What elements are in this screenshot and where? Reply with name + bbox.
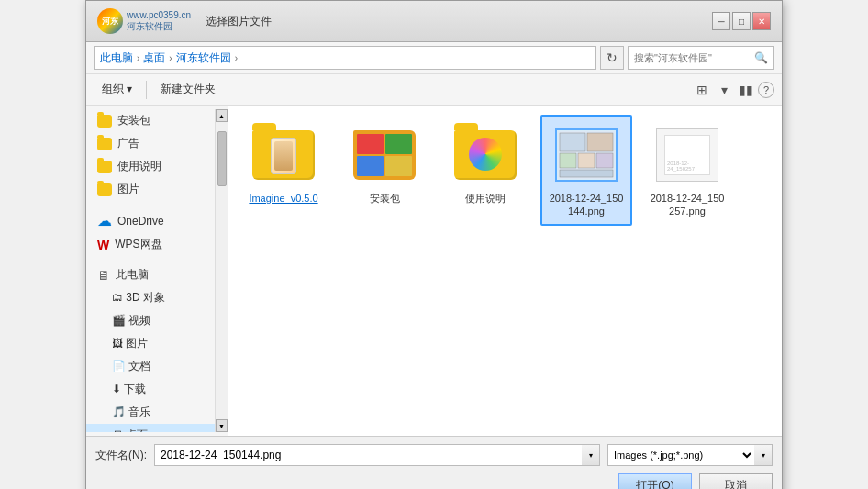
search-box[interactable]: 🔍 — [628, 46, 774, 70]
sidebar-item-label: 图片 — [117, 182, 139, 197]
toolbar: 组织 ▾ 新建文件夹 ⊞ ▾ ▮▮ ? — [86, 74, 782, 106]
button-row: 打开(O) 取消 — [95, 473, 773, 489]
folder-icon — [97, 161, 112, 173]
file-item-imagine[interactable]: Imagine_v0.5.0 — [238, 115, 329, 226]
sidebar-content: 安装包 广告 使用说明 图片 — [86, 109, 215, 432]
filename-input[interactable] — [154, 444, 582, 466]
title-bar: 河东 www.pc0359.cn 河东软件园 选择图片文件 ─ □ ✕ — [86, 1, 782, 42]
sidebar-item-wps[interactable]: W WPS网盘 — [86, 233, 215, 256]
file-area[interactable]: Imagine_v0.5.0 安 — [228, 106, 782, 436]
filename-input-area: ▾ — [154, 444, 600, 466]
view-icons: ⊞ ▾ ▮▮ ? — [692, 80, 774, 100]
sidebar-item-label: OneDrive — [117, 215, 164, 228]
folder-icon — [97, 183, 112, 196]
sidebar-item-label: 安装包 — [117, 113, 150, 128]
logo-site: www.pc0359.cn — [127, 10, 191, 21]
sidebar-item-thispc[interactable]: 🖥 此电脑 — [86, 263, 215, 286]
sidebar-item-label: 🎵 音乐 — [112, 405, 150, 420]
search-input[interactable] — [634, 52, 754, 63]
breadcrumb-desktop[interactable]: 桌面 — [143, 50, 165, 66]
title-bar-left: 河东 www.pc0359.cn 河东软件园 选择图片文件 — [97, 8, 272, 34]
image-thumbnail — [555, 128, 618, 182]
sidebar-item-pictures[interactable]: 🖼 图片 — [86, 332, 215, 355]
sidebar-item-shiyongshuoming[interactable]: 使用说明 — [86, 155, 215, 178]
organize-label: 组织 ▾ — [102, 82, 132, 97]
sidebar-item-anzhuangbao[interactable]: 安装包 — [86, 109, 215, 132]
file-name: 2018-12-24_150257.png — [649, 192, 726, 218]
file-item-png1[interactable]: 2018-12-24_150144.png — [540, 115, 632, 226]
svg-rect-4 — [578, 153, 595, 168]
breadcrumb[interactable]: 此电脑 › 桌面 › 河东软件园 › — [94, 46, 596, 70]
new-folder-button[interactable]: 新建文件夹 — [152, 78, 224, 101]
breadcrumb-sep1: › — [137, 53, 139, 63]
file-item-png2[interactable]: 2018-12-24_150257 2018-12-24_150257.png — [641, 115, 733, 226]
title-bar-controls: ─ □ ✕ — [712, 12, 771, 30]
view-columns-button[interactable]: ▮▮ — [736, 80, 756, 100]
file-item-anzhuangbao[interactable]: 安装包 — [339, 115, 430, 226]
filetype-dropdown-button[interactable]: ▾ — [754, 444, 773, 466]
dialog-title: 选择图片文件 — [206, 14, 272, 29]
file-open-dialog: 河东 www.pc0359.cn 河东软件园 选择图片文件 ─ □ ✕ 此电脑 … — [85, 0, 783, 489]
open-button[interactable]: 打开(O) — [618, 473, 692, 489]
breadcrumb-pc[interactable]: 此电脑 — [100, 50, 133, 66]
filename-row: 文件名(N): ▾ Images (*.jpg;*.png) All Files… — [95, 444, 773, 466]
logo-icon: 河东 — [97, 8, 123, 34]
search-icon: 🔍 — [754, 51, 768, 64]
filename-dropdown-button[interactable]: ▾ — [582, 444, 600, 466]
sidebar-item-label: ⬇ 下载 — [112, 382, 146, 397]
sidebar-item-tupian[interactable]: 图片 — [86, 178, 215, 201]
sidebar-item-label: 使用说明 — [117, 159, 161, 174]
sidebar-item-onedrive[interactable]: ☁ OneDrive — [86, 208, 215, 233]
folder-colorful-icon — [353, 130, 416, 180]
sidebar-scrollbar[interactable]: ▲ ▼ — [215, 109, 228, 432]
scroll-thumb[interactable] — [217, 131, 227, 186]
view-grid-button[interactable]: ⊞ — [692, 80, 712, 100]
sidebar-item-label: WPS网盘 — [115, 237, 161, 252]
color-red — [357, 134, 384, 154]
file-name: 2018-12-24_150144.png — [548, 192, 625, 218]
toolbar-separator — [146, 81, 147, 99]
file-icon — [250, 122, 317, 188]
help-button[interactable]: ? — [758, 82, 774, 98]
file-icon — [553, 122, 619, 188]
folder-icon — [97, 115, 112, 128]
maximize-button[interactable]: □ — [732, 12, 751, 30]
svg-rect-5 — [596, 153, 613, 168]
view-dropdown-button[interactable]: ▾ — [714, 80, 734, 100]
breadcrumb-sep3: › — [235, 53, 238, 63]
bottom-bar: 文件名(N): ▾ Images (*.jpg;*.png) All Files… — [86, 436, 782, 489]
address-bar: 此电脑 › 桌面 › 河东软件园 › ↻ 🔍 — [86, 42, 782, 74]
sidebar-item-3d[interactable]: 🗂 3D 对象 — [86, 286, 215, 309]
sidebar-item-label: 此电脑 — [116, 267, 149, 283]
breadcrumb-current[interactable]: 河东软件园 — [176, 50, 231, 66]
color-green — [385, 134, 412, 154]
close-button[interactable]: ✕ — [752, 12, 771, 30]
scroll-track[interactable] — [216, 122, 228, 419]
color-yellow — [385, 156, 412, 176]
sidebar-item-video[interactable]: 🎬 视频 — [86, 309, 215, 332]
onedrive-icon: ☁ — [97, 212, 112, 229]
sidebar: 安装包 广告 使用说明 图片 — [86, 106, 228, 436]
svg-rect-3 — [560, 153, 576, 168]
sidebar-item-label: 🗂 3D 对象 — [112, 290, 165, 306]
sidebar-item-docs[interactable]: 📄 文档 — [86, 355, 215, 378]
cancel-button[interactable]: 取消 — [699, 473, 773, 489]
file-name: 安装包 — [370, 192, 400, 205]
file-icon — [452, 122, 518, 188]
filetype-select[interactable]: Images (*.jpg;*.png) All Files (*.*) — [607, 444, 754, 466]
refresh-button[interactable]: ↻ — [600, 46, 624, 70]
sidebar-item-downloads[interactable]: ⬇ 下载 — [86, 378, 215, 401]
scroll-down-button[interactable]: ▼ — [216, 419, 228, 432]
logo-area: 河东 www.pc0359.cn 河东软件园 — [97, 8, 191, 34]
minimize-button[interactable]: ─ — [712, 12, 730, 30]
file-name: Imagine_v0.5.0 — [249, 192, 317, 205]
file-item-shiyong[interactable]: 使用说明 — [440, 115, 531, 226]
svg-rect-6 — [560, 170, 613, 177]
folder-icon — [454, 130, 517, 180]
sidebar-item-desktop[interactable]: 🖥 桌面 — [86, 424, 215, 432]
scroll-up-button[interactable]: ▲ — [216, 109, 228, 122]
sidebar-item-music[interactable]: 🎵 音乐 — [86, 401, 215, 424]
sidebar-item-label: 🖥 桌面 — [112, 428, 148, 432]
organize-button[interactable]: 组织 ▾ — [94, 78, 140, 101]
sidebar-item-guanggao[interactable]: 广告 — [86, 132, 215, 155]
